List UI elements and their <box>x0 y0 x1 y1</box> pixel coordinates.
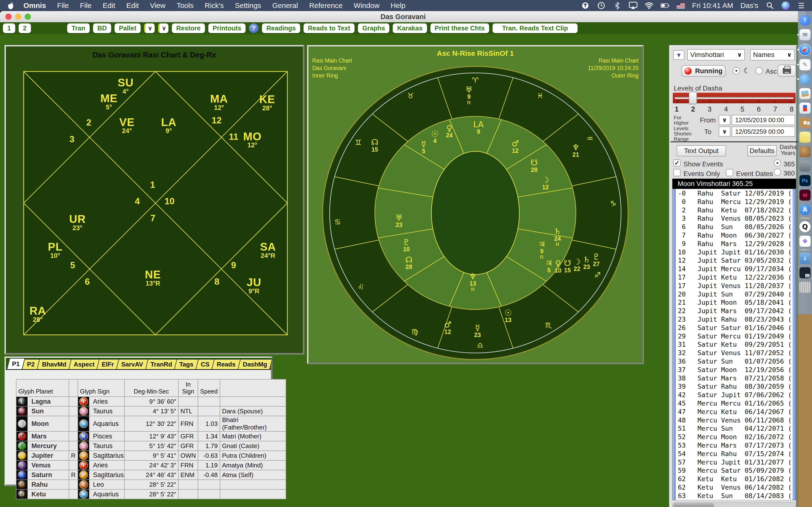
planet-table-row[interactable]: ☿Mercury ♉Taurus 5° 15′ 42″ GFR 1.79 Gna… <box>16 441 286 451</box>
notification-center-icon[interactable]: ☰ <box>797 1 806 10</box>
dock-icon[interactable]: Id <box>800 189 811 201</box>
names-select[interactable]: Names∨ <box>750 49 795 60</box>
dasha-period-row[interactable]: 59 Mercu Satur 05/09/2079 ( <box>678 467 792 475</box>
dasha-period-row[interactable]: 37 Satur Moon 12/19/2056 ( <box>678 366 792 375</box>
toolbar-button[interactable]: Karakas <box>393 23 427 33</box>
to-date-field[interactable]: 12/05/2259 00:00 <box>732 126 795 137</box>
show-events-checkbox[interactable]: ✓ <box>673 159 680 167</box>
apple-menu-icon[interactable] <box>7 1 14 10</box>
dasha-list[interactable]: -0 Rahu Satur 12/05/2019 ( 0 Rahu Mercu … <box>672 189 796 500</box>
dock-icon[interactable]: Q <box>800 221 811 232</box>
planet-table-row[interactable]: ♄Saturn R ♐Sagittarius 24° 46′ 43″ ENM -… <box>16 470 286 480</box>
menu-item[interactable]: General <box>272 1 298 10</box>
dock-icon[interactable] <box>800 74 811 85</box>
list-right-scrollbar[interactable] <box>793 189 796 500</box>
dasha-period-row[interactable]: 29 Satur Mercu 01/19/2049 ( <box>678 332 792 341</box>
toolbar-button[interactable]: 1 <box>3 23 15 33</box>
dasha-period-row[interactable]: 62 Ketu Ketu 01/16/2082 ( <box>678 475 792 484</box>
dasha-period-row[interactable]: 6 Rahu Sun 08/05/2026 ( <box>678 223 792 231</box>
dasha-period-row[interactable]: 52 Mercu Moon 02/16/2072 ( <box>678 433 792 442</box>
dasha-period-row[interactable]: 17 Jupit Venus 11/28/2037 ( <box>678 282 792 290</box>
list-horizontal-scrollbar[interactable] <box>672 502 796 507</box>
dock-icon[interactable]: A <box>800 204 811 215</box>
dock-icon[interactable] <box>800 103 811 114</box>
dock-icon[interactable] <box>800 146 811 157</box>
time-machine-icon[interactable] <box>597 1 606 10</box>
menu-item[interactable]: Settings <box>235 1 261 10</box>
window-titlebar[interactable]: Das Goravani <box>0 11 806 22</box>
toolbar-button[interactable]: Restore <box>172 23 205 33</box>
dasha-period-row[interactable]: 10 Jupit Jupit 01/16/2030 ( <box>678 248 792 257</box>
planet-table-row[interactable]: ☋Ketu ♒Aquarius 28° 5′ 22″ <box>16 489 286 499</box>
table-tab[interactable]: Tags <box>174 359 199 369</box>
planet-table-row[interactable]: ☊Rahu ♌Leo 28° 5′ 22″ <box>16 480 286 489</box>
dasha-period-row[interactable]: 42 Satur Jupit 07/06/2062 ( <box>678 391 792 400</box>
toolbar-button[interactable]: Print these Chts <box>430 23 489 33</box>
toolbar-button[interactable]: ∨ <box>158 23 169 33</box>
dasha-period-row[interactable]: 0 Rahu Mercu 12/29/2019 ( <box>678 198 792 207</box>
dasha-period-row[interactable]: 2 Rahu Ketu 07/18/2022 ( <box>678 207 792 215</box>
dasha-period-row[interactable]: 14 Jupit Mercu 09/17/2034 ( <box>678 265 792 274</box>
dasha-period-row[interactable]: 51 Mercu Sun 04/12/2071 ( <box>678 425 792 433</box>
dock-icon[interactable]: ✉ <box>800 29 811 40</box>
toolbar-button[interactable]: 2 <box>18 23 31 33</box>
defaults-button[interactable]: Defaults <box>747 145 777 157</box>
menu-item[interactable]: Edit <box>103 1 115 10</box>
dock-icon[interactable]: Ps <box>800 175 811 186</box>
input-source-flag-icon[interactable] <box>677 3 685 8</box>
planet-table-row[interactable]: ♀Venus ♈Aries 24° 42′ 3″ FRN 1.19 Amatya… <box>16 460 286 470</box>
menu-item[interactable]: File <box>57 1 69 10</box>
list-left-scrollbar[interactable] <box>672 189 676 500</box>
dock-icon[interactable]: ↓ <box>800 253 811 264</box>
dock-icon[interactable] <box>801 218 809 219</box>
dock-icon[interactable] <box>799 44 811 56</box>
dasha-period-row[interactable]: 23 Jupit Rahu 08/23/2043 ( <box>678 316 792 324</box>
table-tab[interactable]: DashMg <box>238 359 272 369</box>
wheel-chart[interactable]: ♈ ♉ ♊ ♋ ♌ <box>322 66 629 360</box>
running-button[interactable]: Running <box>681 65 725 77</box>
menu-item[interactable]: Rick's <box>205 1 224 10</box>
menu-item[interactable]: Window <box>354 1 379 10</box>
to-date-dropdown[interactable]: ∨ <box>719 126 730 137</box>
dasha-period-row[interactable]: 26 Satur Satur 01/16/2046 ( <box>678 324 792 332</box>
dasha-period-row[interactable]: 62 Ketu Venus 06/14/2082 ( <box>678 484 792 492</box>
events-only-checkbox[interactable] <box>673 169 680 176</box>
toolbar-button[interactable]: Tran. Reads Text Clip <box>493 23 578 33</box>
menu-bar-clock[interactable]: Fri 10:41 AM <box>692 1 733 10</box>
planet-table-row[interactable]: ☉Sun ♉Taurus 4° 13′ 5″ NTL Dara (Spouse) <box>16 406 286 416</box>
dasha-period-row[interactable]: 31 Satur Ketu 09/29/2051 ( <box>678 341 792 349</box>
siri-icon[interactable] <box>781 1 790 10</box>
dasha-system-select[interactable]: Vimshottari∨ <box>687 49 745 60</box>
table-tab[interactable]: ElFr <box>97 359 119 369</box>
dasha-period-row[interactable]: 3 Rahu Venus 08/05/2023 ( <box>678 215 792 223</box>
dasha-period-row[interactable]: 12 Jupit Satur 03/05/2032 ( <box>678 257 792 265</box>
years-360-radio[interactable] <box>774 169 781 176</box>
menu-bar-user[interactable]: Das's <box>741 1 758 10</box>
dock-icon[interactable] <box>800 88 811 99</box>
dasha-period-row[interactable]: 9 Rahu Mars 12/29/2028 ( <box>678 240 792 248</box>
dasha-period-row[interactable]: 48 Mercu Venus 06/11/2068 ( <box>678 416 792 425</box>
menu-item[interactable]: Reference <box>309 1 343 10</box>
asc-radio[interactable] <box>755 67 763 74</box>
planet-table-row[interactable]: ♃Jupiter R ♐Sagittarius 9° 5′ 41″ OWN -0… <box>16 451 286 460</box>
toolbar-button[interactable]: Tran <box>67 23 90 33</box>
dasha-period-row[interactable]: 45 Mercu Mercu 01/16/2065 ( <box>678 400 792 408</box>
dasha-period-row[interactable]: 21 Jupit Moon 05/18/2041 ( <box>678 299 792 307</box>
dasha-period-row[interactable]: 63 Ketu Sun 08/14/2083 ( <box>678 492 792 500</box>
print-button[interactable] <box>778 65 796 77</box>
menu-item[interactable]: Help <box>391 1 406 10</box>
toolbar-button[interactable]: Pallet <box>114 23 141 33</box>
wifi-icon[interactable] <box>645 1 654 10</box>
toolbar-button[interactable]: Printouts <box>208 23 246 33</box>
dock-icon[interactable] <box>800 267 811 278</box>
dasha-period-row[interactable]: 36 Satur Sun 01/07/2056 ( <box>678 357 792 366</box>
from-date-field[interactable]: 12/05/2019 00:00 <box>732 115 795 125</box>
dasha-period-row[interactable]: 47 Mercu Ketu 06/14/2067 ( <box>678 408 792 416</box>
menu-item[interactable]: File <box>80 1 92 10</box>
cloud-lock-icon[interactable] <box>581 1 590 10</box>
menu-item[interactable]: Omnis <box>23 1 46 10</box>
bluetooth-icon[interactable] <box>613 1 621 10</box>
dasha-period-row[interactable]: 22 Jupit Mars 09/17/2042 ( <box>678 307 792 316</box>
filter-button[interactable]: ▼ <box>673 50 684 60</box>
dasha-period-row[interactable]: 7 Rahu Moon 06/30/2027 ( <box>678 231 792 240</box>
